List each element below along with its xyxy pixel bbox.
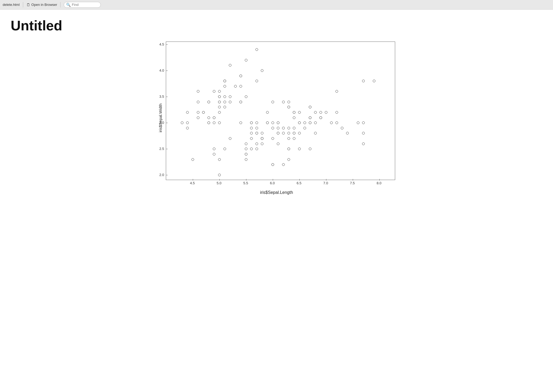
filename-label: delete.html <box>3 3 20 7</box>
data-point <box>255 142 258 145</box>
x-tick-label: 5.5 <box>243 181 248 185</box>
data-point <box>250 137 253 140</box>
chart-area: iris$Sepal.Width 4.54.03.53.02.52.0 4.55… <box>158 42 395 186</box>
data-point <box>357 121 359 124</box>
data-point <box>255 80 258 82</box>
data-point <box>223 85 226 88</box>
browser-icon: 🗒 <box>26 3 30 7</box>
data-point <box>298 121 301 124</box>
data-point <box>250 127 253 129</box>
page-content: Untitled iris$Sepal.Width 4.54.03.53.02.… <box>0 10 553 392</box>
data-point <box>218 101 221 103</box>
data-point <box>255 121 258 124</box>
data-point <box>298 132 301 134</box>
data-point <box>287 158 290 161</box>
data-point <box>213 116 215 119</box>
data-point <box>271 163 274 166</box>
toolbar: delete.html 🗒 Open in Browser 🔍 <box>0 0 553 10</box>
data-point <box>223 101 226 103</box>
search-icon: 🔍 <box>66 3 71 7</box>
data-point <box>255 132 258 134</box>
search-input[interactable] <box>72 3 98 7</box>
data-point <box>271 121 274 124</box>
data-point <box>223 80 226 82</box>
data-point <box>271 127 274 129</box>
y-tick-label: 2.5 <box>159 147 164 150</box>
data-point <box>287 101 290 103</box>
data-point <box>277 127 279 129</box>
data-point <box>250 148 253 150</box>
data-point <box>319 111 322 114</box>
data-point <box>255 127 258 129</box>
data-point <box>298 111 301 114</box>
y-tick-label: 4.5 <box>159 42 164 46</box>
data-point <box>271 137 274 140</box>
data-point <box>362 132 365 134</box>
data-point <box>234 85 237 88</box>
data-point <box>287 106 290 108</box>
data-point <box>250 132 253 134</box>
data-point <box>223 148 226 150</box>
x-tick-label: 4.5 <box>190 181 195 185</box>
data-point <box>207 121 210 124</box>
data-point <box>261 132 263 134</box>
data-point <box>298 148 301 150</box>
data-point <box>218 90 221 93</box>
data-point <box>362 121 365 124</box>
data-point <box>255 148 258 150</box>
data-point <box>245 95 247 98</box>
data-point <box>245 148 247 150</box>
data-point <box>261 69 263 72</box>
data-point <box>271 101 274 103</box>
search-box[interactable]: 🔍 <box>64 2 101 8</box>
data-point <box>325 111 327 114</box>
data-point <box>277 121 279 124</box>
data-point <box>245 59 247 62</box>
data-point <box>282 101 285 103</box>
toolbar-divider-1 <box>23 2 23 7</box>
y-tick-label: 4.0 <box>159 68 164 72</box>
chart-container: iris$Sepal.Width 4.54.03.53.02.52.0 4.55… <box>11 42 542 195</box>
y-tick-label: 2.0 <box>159 173 164 177</box>
data-point <box>277 142 279 145</box>
data-point <box>213 148 215 150</box>
data-point <box>314 121 317 124</box>
data-point <box>314 132 317 134</box>
data-point <box>191 158 194 161</box>
x-tick-label: 7.5 <box>350 181 355 185</box>
y-tick-label: 3.0 <box>159 121 164 124</box>
x-axis-label: iris$Sepal.Length <box>260 190 293 195</box>
data-point <box>287 148 290 150</box>
data-point <box>229 137 231 140</box>
data-point <box>229 64 231 67</box>
data-point <box>245 142 247 145</box>
x-tick-label: 6.0 <box>270 181 275 185</box>
data-point <box>213 153 215 156</box>
open-in-browser-button[interactable]: 🗒 Open in Browser <box>26 3 57 7</box>
data-point <box>266 111 269 114</box>
data-point <box>346 132 349 134</box>
data-point <box>282 127 285 129</box>
data-point <box>255 48 258 51</box>
data-point <box>239 121 242 124</box>
page-title: Untitled <box>11 18 542 34</box>
data-point <box>207 116 210 119</box>
data-point <box>207 101 210 103</box>
y-axis-ticks-and-plot: 4.54.03.53.02.52.0 4.55.05.56.06.57.07.5… <box>164 42 395 186</box>
x-tick-label: 7.0 <box>323 181 328 185</box>
data-point <box>218 121 221 124</box>
chart-wrapper: iris$Sepal.Width 4.54.03.53.02.52.0 4.55… <box>158 42 395 195</box>
y-tick-label: 3.5 <box>159 95 164 98</box>
data-point <box>218 111 221 114</box>
data-point <box>250 121 253 124</box>
data-point <box>197 116 199 119</box>
data-point <box>239 85 242 88</box>
data-point <box>223 95 226 98</box>
data-point <box>186 121 189 124</box>
data-point <box>287 137 290 140</box>
data-point <box>287 132 290 134</box>
y-axis-label: iris$Sepal.Width <box>158 42 163 186</box>
toolbar-divider-2 <box>60 2 61 7</box>
data-point <box>218 174 221 176</box>
data-point <box>309 106 311 108</box>
